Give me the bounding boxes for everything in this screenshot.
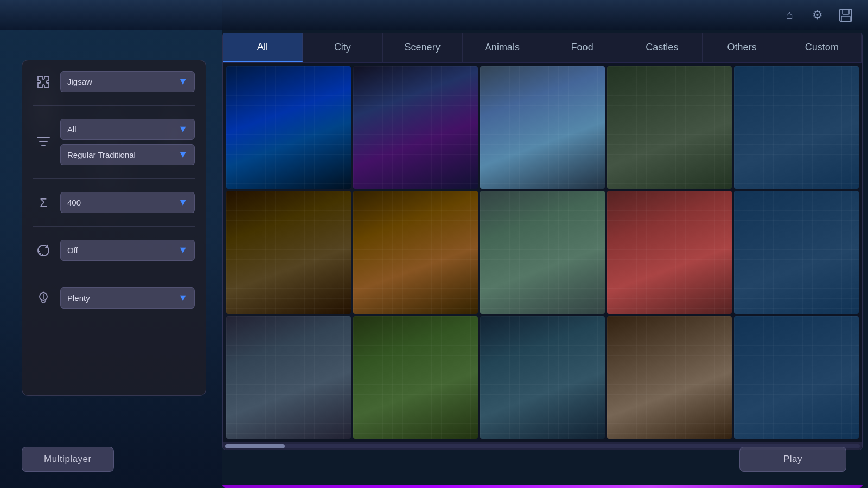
rotation-dropdown[interactable]: Off ▼	[60, 240, 195, 261]
separator-4	[33, 274, 195, 274]
svg-rect-1	[843, 9, 849, 14]
style-label: Regular Traditional	[67, 150, 136, 159]
multiplayer-button[interactable]: Multiplayer	[22, 447, 114, 472]
tab-castles[interactable]: Castles	[622, 33, 702, 62]
top-bar: ⌂ ⚙	[0, 0, 868, 30]
hint-label: Plenty	[67, 293, 90, 303]
bottom-accent	[222, 485, 863, 488]
puzzle-grid	[223, 63, 862, 442]
tab-city-label: City	[334, 42, 351, 53]
puzzle-type-dropdown[interactable]: Jigsaw ▼	[60, 71, 195, 92]
tab-bar: All City Scenery Animals Food Castles Ot…	[223, 33, 862, 63]
tab-animals-label: Animals	[485, 42, 520, 53]
tab-all-label: All	[257, 41, 268, 53]
filter-icon	[33, 132, 54, 152]
tab-animals[interactable]: Animals	[463, 33, 542, 62]
tab-custom[interactable]: Custom	[782, 33, 862, 62]
puzzle-item-1[interactable]	[226, 66, 351, 189]
sigma-icon: Σ	[33, 192, 54, 213]
separator-2	[33, 178, 195, 179]
pieces-dropdown[interactable]: 400 ▼	[60, 192, 195, 213]
puzzle-item-11[interactable]	[226, 316, 351, 439]
puzzle-type-group: Jigsaw ▼	[60, 71, 195, 92]
rotation-group: Off ▼	[60, 240, 195, 261]
home-icon[interactable]: ⌂	[778, 4, 801, 27]
style-dropdown[interactable]: Regular Traditional ▼	[60, 144, 195, 165]
puzzle-item-6[interactable]	[226, 191, 351, 313]
tab-scenery[interactable]: Scenery	[383, 33, 463, 62]
puzzle-type-arrow: ▼	[178, 76, 188, 87]
puzzle-item-3[interactable]	[480, 66, 605, 189]
puzzle-item-7[interactable]	[353, 191, 478, 313]
tab-scenery-label: Scenery	[405, 42, 441, 53]
rotation-icon	[33, 240, 54, 261]
rotation-arrow: ▼	[178, 245, 188, 256]
pieces-group: 400 ▼	[60, 192, 195, 213]
tab-castles-label: Castles	[646, 42, 678, 53]
pieces-row: Σ 400 ▼	[33, 192, 195, 213]
save-icon[interactable]	[834, 4, 857, 27]
filter-group: All ▼ Regular Traditional ▼	[60, 119, 195, 165]
hint-dropdown[interactable]: Plenty ▼	[60, 287, 195, 309]
hint-icon	[33, 288, 54, 309]
tab-city[interactable]: City	[303, 33, 382, 62]
filter-dropdown[interactable]: All ▼	[60, 119, 195, 140]
tab-food[interactable]: Food	[542, 33, 622, 62]
puzzle-item-14[interactable]	[607, 316, 732, 439]
separator-1	[33, 105, 195, 106]
puzzle-item-2[interactable]	[353, 66, 478, 189]
puzzle-item-10[interactable]	[734, 191, 859, 313]
play-button[interactable]: Play	[739, 447, 846, 472]
pieces-arrow: ▼	[178, 197, 188, 208]
puzzle-item-12[interactable]	[353, 316, 478, 439]
puzzle-item-8[interactable]	[480, 191, 605, 313]
puzzle-item-4[interactable]	[607, 66, 732, 189]
left-panel: Jigsaw ▼ All ▼ Regular Traditional ▼ Σ	[22, 60, 206, 396]
svg-rect-2	[841, 16, 850, 21]
rotation-row: Off ▼	[33, 240, 195, 261]
main-area: All City Scenery Animals Food Castles Ot…	[222, 33, 863, 450]
rotation-label: Off	[67, 246, 78, 255]
puzzle-type-label: Jigsaw	[67, 77, 92, 86]
hint-arrow: ▼	[178, 292, 188, 304]
tab-others-label: Others	[727, 42, 757, 53]
tab-food-label: Food	[571, 42, 593, 53]
filter-arrow: ▼	[178, 124, 188, 135]
tab-custom-label: Custom	[805, 42, 839, 53]
filter-label: All	[67, 125, 76, 134]
hint-row: Plenty ▼	[33, 287, 195, 309]
settings-icon[interactable]: ⚙	[806, 4, 829, 27]
tab-all[interactable]: All	[223, 33, 303, 62]
pieces-label: 400	[67, 198, 81, 207]
puzzle-icon	[33, 72, 54, 92]
separator-3	[33, 226, 195, 227]
tab-others[interactable]: Others	[703, 33, 782, 62]
hint-group: Plenty ▼	[60, 287, 195, 309]
svg-point-5	[43, 291, 44, 293]
puzzle-item-13[interactable]	[480, 316, 605, 439]
filter-row: All ▼ Regular Traditional ▼	[33, 119, 195, 165]
puzzle-item-15[interactable]	[734, 316, 859, 439]
puzzle-item-9[interactable]	[607, 191, 732, 313]
bottom-bar: Multiplayer Play	[22, 447, 846, 472]
style-arrow: ▼	[178, 149, 188, 160]
puzzle-type-row: Jigsaw ▼	[33, 71, 195, 92]
puzzle-item-5[interactable]	[734, 66, 859, 189]
